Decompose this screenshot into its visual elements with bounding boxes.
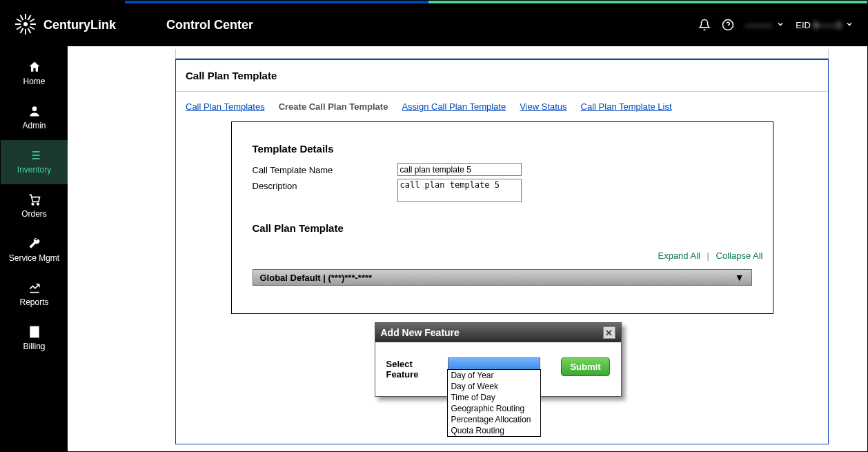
svg-rect-4 <box>30 23 36 25</box>
sidebar-item-label: Inventory <box>17 165 51 175</box>
svg-rect-7 <box>25 29 26 35</box>
user-menu[interactable]: ——— <box>745 20 785 30</box>
expand-all-link[interactable]: Expand All <box>658 250 700 261</box>
chevron-down-icon <box>776 20 785 30</box>
left-sidebar: Home Admin Inventory Orders Service Mgmt… <box>1 46 68 451</box>
svg-rect-1 <box>25 14 26 19</box>
panel-title-bar <box>175 49 829 59</box>
brand-block: CenturyLink <box>14 13 152 37</box>
option-day-of-week[interactable]: Day of Week <box>448 381 540 392</box>
description-label: Description <box>253 179 397 191</box>
eid-label: EID 9——3 <box>796 20 841 30</box>
svg-rect-11 <box>17 18 22 22</box>
sidebar-item-label: Service Mgmt <box>9 253 59 263</box>
svg-rect-9 <box>17 26 22 30</box>
call-template-name-label: Call Template Name <box>253 163 397 175</box>
select-feature-dropdown[interactable] <box>448 357 540 370</box>
accordion-global-default[interactable]: Global Default | (***)***-**** ▼ <box>253 269 752 286</box>
sidebar-item-home[interactable]: Home <box>1 52 68 96</box>
call-template-name-input[interactable] <box>397 163 522 176</box>
sidebar-item-label: Reports <box>19 297 48 307</box>
sidebar-item-label: Home <box>23 77 45 86</box>
breadcrumb: Call Plan Templates Create Call Plan Tem… <box>176 91 828 121</box>
svg-rect-2 <box>28 14 32 20</box>
bc-call-plan-templates[interactable]: Call Plan Templates <box>186 101 265 112</box>
option-percentage-allocation[interactable]: Percentage Allocation <box>448 414 540 425</box>
collapse-all-link[interactable]: Collapse All <box>716 250 763 261</box>
help-icon[interactable] <box>722 19 734 31</box>
sidebar-item-label: Billing <box>23 342 45 351</box>
eid-menu[interactable]: EID 9——3 <box>796 20 854 30</box>
svg-point-15 <box>32 106 37 111</box>
centurylink-logo-icon <box>14 13 37 37</box>
notifications-icon[interactable] <box>698 19 711 31</box>
sidebar-item-label: Orders <box>21 209 47 219</box>
divider: | <box>707 250 709 261</box>
template-form: Template Details Call Template Name Desc… <box>231 121 773 314</box>
svg-rect-5 <box>30 26 35 30</box>
sidebar-item-admin[interactable]: Admin <box>1 96 68 140</box>
section-call-plan-template: Call Plan Template <box>232 206 773 241</box>
svg-point-23 <box>37 203 39 205</box>
bc-call-plan-template-list[interactable]: Call Plan Template List <box>581 101 672 112</box>
svg-rect-10 <box>15 23 21 25</box>
global-header: CenturyLink Control Center ——— EID 9——3 <box>1 3 867 46</box>
bc-assign-call-plan-template[interactable]: Assign Call Plan Template <box>402 101 506 112</box>
sidebar-item-service-mgmt[interactable]: Service Mgmt <box>1 228 68 273</box>
modal-title: Add New Feature <box>381 327 460 338</box>
page-title: Call Plan Template <box>176 60 828 91</box>
option-time-of-day[interactable]: Time of Day <box>448 392 540 403</box>
bc-view-status[interactable]: View Status <box>520 101 566 112</box>
app-title: Control Center <box>166 18 253 32</box>
select-feature-options: Day of Year Day of Week Time of Day Geog… <box>447 369 541 437</box>
svg-rect-12 <box>20 14 24 20</box>
sidebar-item-label: Admin <box>22 121 46 130</box>
sidebar-item-reports[interactable]: Reports <box>1 273 68 317</box>
brand-name: CenturyLink <box>43 18 116 32</box>
add-new-feature-modal: Add New Feature ✕ Select Feature Day of … <box>375 322 622 397</box>
main-panel: Call Plan Template Call Plan Templates C… <box>175 59 829 444</box>
select-feature-label: Select Feature <box>386 357 439 380</box>
description-textarea[interactable]: call plan template 5 <box>397 179 522 202</box>
svg-point-0 <box>23 22 28 26</box>
svg-rect-6 <box>28 28 32 33</box>
sidebar-item-inventory[interactable]: Inventory <box>1 140 68 184</box>
option-geographic-routing[interactable]: Geographic Routing <box>448 403 540 414</box>
accordion-label: Global Default | (***)***-**** <box>260 273 373 283</box>
option-quota-routing[interactable]: Quota Routing <box>448 425 540 436</box>
chevron-down-icon <box>845 20 854 30</box>
svg-rect-8 <box>20 28 24 33</box>
modal-header: Add New Feature ✕ <box>375 323 621 342</box>
submit-button[interactable]: Submit <box>561 357 609 376</box>
user-label: ——— <box>745 20 772 30</box>
sidebar-item-orders[interactable]: Orders <box>1 184 68 228</box>
top-accent-bar <box>1 1 867 3</box>
svg-text:$: $ <box>32 328 36 335</box>
section-template-details: Template Details <box>232 135 773 161</box>
close-icon[interactable]: ✕ <box>603 326 615 339</box>
bc-create-call-plan-template: Create Call Plan Template <box>279 101 388 112</box>
chevron-down-icon: ▼ <box>735 272 744 283</box>
sidebar-item-billing[interactable]: $ Billing <box>1 317 68 361</box>
svg-rect-3 <box>30 18 35 22</box>
option-day-of-year[interactable]: Day of Year <box>448 370 540 381</box>
svg-point-22 <box>32 203 34 205</box>
